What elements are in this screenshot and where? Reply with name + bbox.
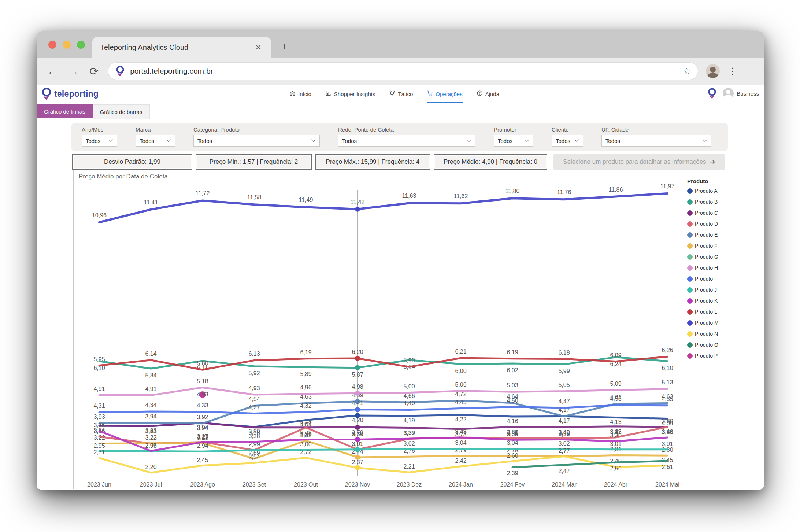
legend-item-produto-j[interactable]: Produto J [687, 287, 724, 293]
tab-gráfico-de-linhas[interactable]: Gráfico de linhas [37, 104, 93, 118]
legend-item-produto-n[interactable]: Produto N [687, 331, 724, 337]
data-label: 5,18 [197, 378, 208, 384]
app-root: teleporting InícioShopper InsightsTático… [37, 85, 764, 490]
nav-item-shopper-insights[interactable]: Shopper Insights [325, 85, 375, 103]
chart-legend: Produto Produto AProduto BProduto CProdu… [687, 178, 724, 364]
reload-icon[interactable]: ⟳ [89, 65, 99, 78]
app-logo[interactable]: teleporting [41, 87, 99, 100]
close-window-button[interactable] [48, 41, 56, 49]
nav-item-ajuda[interactable]: ?Ajuda [477, 85, 499, 103]
legend-label: Produto P [695, 353, 718, 359]
legend-dot-icon [687, 210, 693, 216]
data-label: 3,43 [662, 429, 673, 435]
legend-item-produto-g[interactable]: Produto G [687, 254, 724, 260]
nav-item-início[interactable]: Início [289, 85, 311, 103]
filter-dropdown[interactable]: Todos [82, 135, 117, 147]
stat-box-4: Preço Médio: 4,90 | Frequência: 0 [434, 154, 547, 170]
data-label: 4,50 [507, 398, 518, 404]
back-icon[interactable]: ← [47, 65, 58, 77]
bookmark-star-icon[interactable]: ☆ [683, 66, 691, 76]
legend-item-produto-k[interactable]: Produto K [687, 298, 724, 304]
filter-dropdown[interactable]: Todos [136, 135, 175, 147]
nav-item-label: Tático [398, 91, 413, 97]
data-label: 3,02 [403, 440, 415, 447]
detail-product-button[interactable]: Selecione um produto para detalhar as in… [553, 154, 725, 170]
zoom-window-button[interactable] [77, 41, 85, 49]
filter-dropdown[interactable]: Todos [601, 135, 711, 147]
selected-point[interactable] [355, 207, 360, 212]
x-axis-label: 2024 Jan [449, 481, 473, 488]
browser-profile-avatar[interactable] [706, 64, 720, 78]
data-label: 3,00 [300, 441, 311, 447]
filter-value: Todos [556, 138, 570, 144]
data-label: 4,19 [403, 417, 415, 424]
url-text[interactable]: portal.teleporting.com.br [130, 67, 682, 75]
filter-dropdown[interactable]: Todos [193, 135, 320, 147]
legend-item-produto-h[interactable]: Produto H [687, 265, 724, 271]
legend-item-produto-c[interactable]: Produto C [687, 210, 724, 216]
data-label: 11,72 [196, 190, 210, 196]
legend-item-produto-b[interactable]: Produto B [687, 199, 724, 205]
nav-item-operações[interactable]: Operações [427, 85, 462, 103]
minimize-window-button[interactable] [63, 41, 71, 49]
selected-point[interactable] [355, 425, 360, 430]
browser-titlebar: Teleporting Analytics Cloud × + [37, 31, 764, 58]
data-label: 4,17 [558, 418, 570, 424]
legend-item-produto-p[interactable]: Produto P [687, 353, 724, 359]
data-label: 4,55 [662, 396, 673, 402]
series-line-produto-k[interactable] [99, 431, 667, 451]
legend-item-produto-i[interactable]: Produto I [687, 276, 724, 282]
tab-close-icon[interactable]: × [253, 42, 263, 52]
filter-dropdown[interactable]: Todos [338, 135, 475, 147]
series-line-produto-j[interactable] [99, 448, 667, 451]
x-axis-label: 2023 Nov [345, 481, 370, 488]
legend-item-produto-e[interactable]: Produto E [687, 232, 724, 238]
filter-value: Todos [197, 138, 212, 144]
data-label: 5,05 [558, 382, 570, 388]
brand-name: teleporting [54, 89, 99, 99]
browser-menu-icon[interactable]: ⋮ [728, 66, 737, 77]
data-label: 6,02 [507, 367, 518, 373]
filter-label: Rede, Ponto de Coleta [338, 126, 475, 133]
data-label: 5,06 [455, 381, 466, 388]
selected-point[interactable] [355, 407, 360, 412]
chevron-down-icon [108, 139, 113, 142]
forward-icon[interactable]: → [68, 65, 79, 77]
data-label: 3,93 [93, 414, 105, 420]
selected-point[interactable] [355, 447, 360, 452]
data-label: 3,36 [352, 431, 363, 437]
data-label: 3,94 [145, 413, 156, 420]
url-bar[interactable]: portal.teleporting.com.br ☆ [108, 63, 698, 80]
legend-item-produto-a[interactable]: Produto A [687, 188, 724, 194]
data-label: 5,80 [197, 360, 208, 366]
tab-gráfico-de-barras[interactable]: Gráfico de barras [93, 104, 150, 119]
legend-item-produto-f[interactable]: Produto F [687, 243, 724, 249]
new-tab-button[interactable]: + [281, 41, 288, 53]
traffic-lights [48, 41, 85, 49]
browser-tab[interactable]: Teleporting Analytics Cloud × [92, 37, 271, 58]
data-label: 4,93 [197, 391, 208, 398]
legend-item-produto-l[interactable]: Produto L [687, 309, 724, 315]
line-chart[interactable]: 3,843,833,943,804,044,204,194,224,164,17… [87, 180, 684, 490]
filter-dropdown[interactable]: Todos [552, 135, 583, 147]
selected-point[interactable] [355, 365, 360, 370]
nav-item-label: Início [298, 91, 311, 97]
series-line-produto-h[interactable] [99, 388, 667, 395]
account-menu[interactable]: Business [723, 88, 759, 99]
selected-point[interactable] [355, 356, 360, 361]
data-label: 4,93 [248, 385, 260, 391]
legend-item-produto-o[interactable]: Produto O [687, 342, 724, 348]
series-line-produto-m[interactable] [99, 193, 667, 222]
series-line-produto-a[interactable] [99, 415, 667, 427]
legend-label: Produto F [695, 243, 717, 249]
selected-point[interactable] [355, 437, 360, 442]
notifications-pin-icon[interactable] [707, 88, 717, 99]
filter-cliente: ClienteTodos [552, 126, 583, 147]
nav-item-tático[interactable]: Tático [389, 85, 413, 103]
legend-item-produto-d[interactable]: Produto D [687, 221, 724, 227]
legend-item-produto-m[interactable]: Produto M [687, 320, 724, 326]
data-label: 3,92 [197, 414, 208, 420]
filter-dropdown[interactable]: Todos [494, 135, 533, 147]
selected-point[interactable] [355, 465, 360, 470]
selected-point[interactable] [355, 391, 360, 396]
